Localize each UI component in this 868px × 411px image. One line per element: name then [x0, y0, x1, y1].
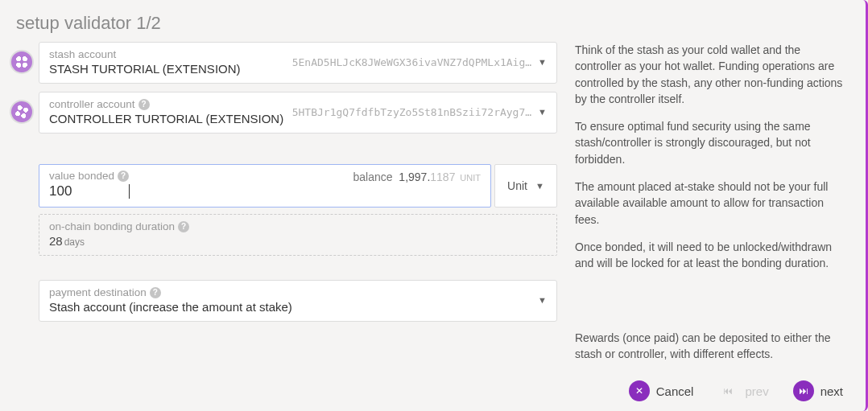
help-icon[interactable]: ?	[118, 171, 129, 182]
unit-dropdown[interactable]: Unit ▼	[494, 164, 557, 208]
chevron-down-icon: ▼	[538, 107, 547, 117]
controller-account-row: controller account ? CONTROLLER TURTORIA…	[11, 92, 557, 134]
help-icon[interactable]: ?	[150, 287, 161, 298]
help-icon[interactable]: ?	[138, 99, 150, 110]
controller-account-select[interactable]: controller account ? CONTROLLER TURTORIA…	[39, 92, 557, 134]
controller-label: controller account ?	[49, 98, 292, 110]
prev-button: ⏮ prev	[717, 380, 768, 401]
help-text: Think of the stash as your cold wallet a…	[575, 42, 849, 107]
destination-label: payment destination	[49, 286, 147, 298]
value-bonded-input[interactable]	[49, 183, 130, 199]
help-text: To ensure optimal fund security using th…	[575, 118, 849, 167]
next-button[interactable]: ⏭ next	[793, 380, 843, 401]
stash-avatar-icon	[10, 50, 34, 74]
stash-account-row: stash account STASH TURTORIAL (EXTENSION…	[11, 42, 557, 84]
value-bonded-field[interactable]: value bonded ? balance 1,997.1187 UNIT	[39, 164, 491, 208]
value-bonded-label: value bonded	[49, 170, 114, 182]
stash-name: STASH TURTORIAL (EXTENSION)	[49, 62, 292, 76]
controller-address: 5HTBJr1gQ7fdfbTzyZo5St81nBSzii72rAyg7…	[292, 106, 531, 118]
cancel-button[interactable]: ✕ Cancel	[629, 380, 694, 401]
chevron-down-icon: ▼	[538, 57, 547, 67]
value-bonded-row: value bonded ? balance 1,997.1187 UNIT U…	[39, 164, 557, 208]
step-forward-icon: ⏭	[793, 380, 814, 401]
balance-display: balance 1,997.1187 UNIT	[353, 171, 481, 183]
controller-avatar-icon	[6, 97, 37, 127]
chevron-down-icon: ▼	[535, 181, 544, 191]
help-text: The amount placed at-stake should not be…	[575, 179, 849, 228]
payment-destination-row: payment destination ? Stash account (inc…	[39, 280, 557, 322]
help-sidebar: Think of the stash as your cold wallet a…	[575, 42, 849, 373]
text-cursor	[129, 184, 130, 199]
help-text: Once bonded, it will need to be unlocked…	[575, 239, 849, 272]
duration-unit: days	[64, 236, 85, 248]
duration-label: on-chain bonding duration	[49, 220, 175, 232]
destination-value: Stash account (increase the amount at st…	[49, 300, 538, 314]
controller-name: CONTROLLER TURTORIAL (EXTENSION)	[49, 112, 292, 125]
stash-address: 5EnAD5HLJcK8JWeWGX36ivaVNZ7dQPMLx1Aig…	[292, 56, 531, 68]
bonding-duration-box: on-chain bonding duration ? 28days	[39, 214, 557, 256]
payment-destination-select[interactable]: payment destination ? Stash account (inc…	[39, 280, 557, 322]
help-icon[interactable]: ?	[178, 221, 189, 232]
close-icon: ✕	[629, 380, 650, 401]
chevron-down-icon: ▼	[538, 295, 547, 305]
help-text: Rewards (once paid) can be deposited to …	[575, 330, 849, 363]
stash-label: stash account	[49, 48, 292, 60]
footer-actions: ✕ Cancel ⏮ prev ⏭ next	[629, 380, 843, 401]
step-back-icon: ⏮	[717, 380, 738, 401]
stash-account-select[interactable]: stash account STASH TURTORIAL (EXTENSION…	[39, 42, 557, 84]
page-title: setup validator 1/2	[0, 0, 866, 42]
duration-value: 28	[49, 234, 63, 248]
